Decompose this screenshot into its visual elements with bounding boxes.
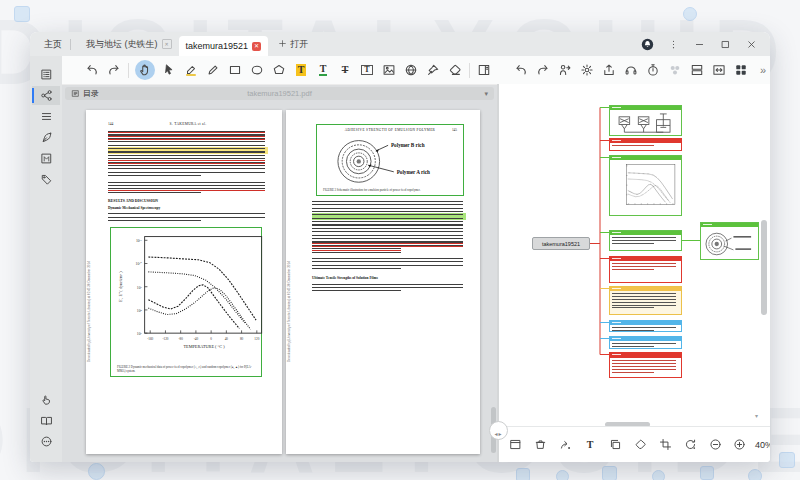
text-underline-icon[interactable]: T (315, 62, 331, 78)
zoom-level: 40% (755, 440, 770, 450)
tab-document-1[interactable]: 我与地坛 (史铁生) ✕ (79, 32, 179, 56)
undo-icon[interactable] (513, 62, 529, 78)
headset-icon[interactable] (623, 62, 639, 78)
undo-icon[interactable] (84, 62, 100, 78)
highlighter-icon[interactable] (183, 62, 199, 78)
grid-icon[interactable] (733, 62, 749, 78)
text-box-icon[interactable]: T (359, 62, 375, 78)
node-text (610, 235, 681, 246)
fit-width-icon[interactable] (711, 62, 727, 78)
pen-icon[interactable] (205, 62, 221, 78)
mindmap-node-fig3[interactable] (700, 222, 759, 260)
figure2-caption: FIGURE 2 Dynamic mechanical data of powe… (113, 366, 259, 374)
mindmap-icon[interactable] (32, 86, 60, 105)
more-icon[interactable] (32, 432, 60, 451)
export-icon[interactable] (601, 62, 617, 78)
mindmap-canvas[interactable]: takemura19521 ▾ (499, 84, 770, 428)
hand-icon[interactable] (135, 60, 155, 80)
crop-icon[interactable] (657, 437, 673, 453)
signature-icon[interactable] (425, 62, 441, 78)
timer-icon[interactable] (645, 62, 661, 78)
text-tool-icon[interactable]: T (582, 437, 598, 453)
document-header-bar[interactable]: 目录 takemura19521.pdf ▾ (65, 87, 494, 100)
zoom-out-button[interactable] (707, 437, 723, 453)
note-m-icon[interactable] (32, 149, 60, 168)
notes-panel-icon[interactable] (476, 62, 492, 78)
redo-icon[interactable] (106, 62, 122, 78)
page-running-head: 144 S. TAKEMURA et al. (108, 122, 268, 126)
mindmap-node-fig1[interactable] (609, 105, 682, 136)
mindmap-node-fig2[interactable] (609, 155, 682, 216)
globe-icon[interactable] (403, 62, 419, 78)
section-heading: RESULTS AND DISCUSSION (108, 199, 268, 203)
panel-toggle-button[interactable]: ◂▸ (489, 421, 508, 440)
mindmap-node-note7[interactable] (609, 352, 682, 378)
more-vert-icon[interactable] (667, 38, 680, 51)
redo-icon[interactable] (535, 62, 551, 78)
mindmap-node-note5[interactable] (609, 320, 682, 332)
paragraph-block (108, 212, 268, 222)
svg-text:80: 80 (240, 337, 244, 341)
document-canvas[interactable]: Downloaded by [University of Toronto Lib… (62, 102, 497, 462)
person-icon[interactable] (557, 62, 573, 78)
svg-text:E′, E″ ( dyne/cm² ): E′, E″ ( dyne/cm² ) (118, 271, 124, 302)
node-header (610, 257, 681, 261)
node-header (610, 353, 681, 358)
pdf-page-left[interactable]: Downloaded by [University of Toronto Lib… (86, 110, 282, 454)
app-window: 主页 我与地坛 (史铁生) ✕ takemura19521 ✕ 打开 TTTT» (30, 32, 770, 462)
notifications-icon[interactable] (641, 38, 654, 51)
tab-document-2[interactable]: takemura19521 ✕ (179, 36, 269, 56)
gear-icon[interactable] (579, 62, 595, 78)
text-strike-icon[interactable]: T (337, 62, 353, 78)
pdf-page-right[interactable]: Downloaded by [University of Toronto Lib… (286, 110, 480, 454)
tab-close-icon[interactable]: ✕ (252, 42, 261, 51)
close-button[interactable] (745, 38, 758, 51)
board-icon[interactable] (507, 437, 523, 453)
polygon-icon[interactable] (271, 62, 287, 78)
text-line (108, 219, 268, 222)
ellipse-icon[interactable] (249, 62, 265, 78)
minimize-button[interactable] (693, 38, 706, 51)
maximize-button[interactable] (719, 38, 732, 51)
list-icon[interactable] (32, 107, 60, 126)
tag-icon[interactable] (32, 170, 60, 189)
chevron-down-icon[interactable]: ▾ (484, 89, 488, 98)
figure3-caption: FIGURE 3 Schematic illustration for emul… (319, 189, 461, 193)
page-side-note: Downloaded by [University of Toronto Lib… (287, 261, 291, 362)
eraser-sm-icon[interactable] (632, 437, 648, 453)
eraser-icon[interactable] (447, 62, 463, 78)
copy-icon[interactable] (607, 437, 623, 453)
svg-text:10⁷: 10⁷ (137, 332, 143, 336)
home-tab[interactable]: 主页 (44, 38, 62, 51)
quill-icon[interactable] (32, 128, 60, 147)
annotation-box-figure3[interactable]: ADHESIVE STRENGTH OF EMULSION POLYMER 14… (316, 124, 464, 196)
zoom-in-button[interactable] (731, 437, 747, 453)
apps-icon[interactable] (667, 62, 683, 78)
overflow-icon[interactable]: » (755, 62, 770, 78)
mindmap-node-note4[interactable] (609, 286, 682, 315)
tab-close-icon[interactable]: ✕ (162, 39, 172, 49)
text-line (108, 137, 268, 140)
mindmap-node-note3[interactable] (609, 256, 682, 283)
trash-icon[interactable] (532, 437, 548, 453)
image-icon[interactable] (381, 62, 397, 78)
open-file-button[interactable]: 打开 (278, 38, 308, 51)
text-line (108, 174, 268, 177)
text-highlight-icon[interactable]: T (293, 62, 309, 78)
node-header (701, 223, 758, 227)
split-icon[interactable] (689, 62, 705, 78)
mindmap-scrollbar-vertical[interactable] (761, 220, 767, 315)
outline-icon[interactable] (32, 65, 60, 84)
mindmap-node-note2[interactable] (609, 230, 682, 251)
rect-icon[interactable] (227, 62, 243, 78)
tab-label: 我与地坛 (史铁生) (86, 38, 158, 51)
reader-icon[interactable] (32, 411, 60, 430)
mindmap-node-note6[interactable] (609, 336, 682, 349)
refresh-icon[interactable] (682, 437, 698, 453)
cursor-icon[interactable] (161, 62, 177, 78)
mindmap-node-note1[interactable] (609, 138, 682, 151)
annotation-box-figure2[interactable]: 10¹¹10¹⁰10⁹10⁸10⁷-160-120-80-4004080120T… (110, 227, 262, 377)
hand-pointer-icon[interactable] (32, 390, 60, 409)
share-icon[interactable] (557, 437, 573, 453)
mindmap-root-node[interactable]: takemura19521 (532, 237, 590, 250)
